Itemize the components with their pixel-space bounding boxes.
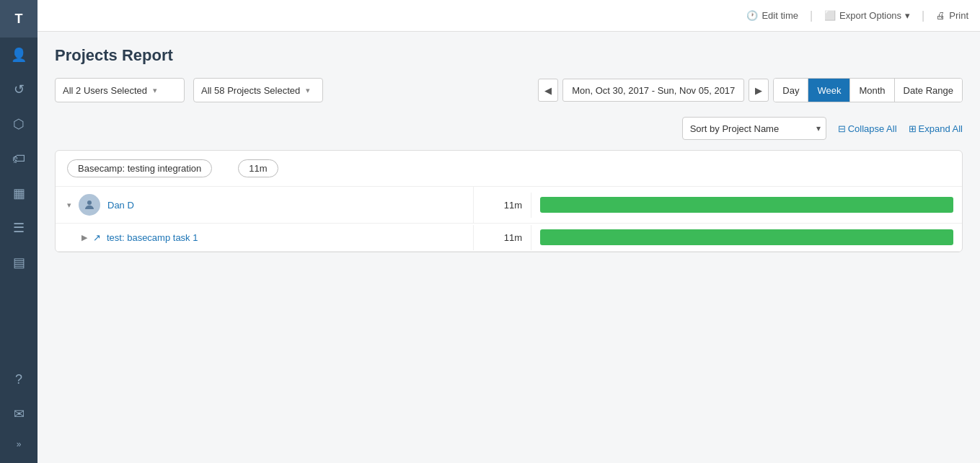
filters-row: All 2 Users Selected ▾ All 58 Projects S… bbox=[55, 78, 963, 102]
sidebar-item-user[interactable]: 👤 bbox=[0, 38, 37, 72]
sidebar-logo[interactable]: T bbox=[0, 0, 37, 38]
export-options-button[interactable]: ⬜ Export Options ▾ bbox=[824, 10, 910, 21]
projects-filter[interactable]: All 58 Projects Selected ▾ bbox=[193, 78, 323, 102]
print-icon: 🖨 bbox=[936, 10, 945, 21]
print-label: Print bbox=[949, 10, 968, 21]
edit-time-label: Edit time bbox=[762, 10, 798, 21]
sidebar-bottom: ? ✉ » bbox=[0, 362, 37, 457]
sort-select[interactable]: Sort by Project Name bbox=[682, 117, 826, 140]
users-filter-chevron: ▾ bbox=[153, 86, 157, 95]
task-expand-icon[interactable]: ▶ bbox=[81, 233, 87, 242]
sidebar-item-card[interactable]: ▤ bbox=[0, 245, 37, 280]
collapse-icon: ⊟ bbox=[838, 123, 846, 134]
week-period-button[interactable]: Week bbox=[808, 79, 850, 102]
separator-1: | bbox=[810, 9, 813, 22]
topbar: 🕐 Edit time | ⬜ Export Options ▾ | 🖨 Pri… bbox=[37, 0, 980, 32]
period-selector: Day Week Month Date Range bbox=[773, 78, 963, 102]
sidebar-item-network[interactable]: ⬡ bbox=[0, 107, 37, 141]
date-navigation: ◀ Mon, Oct 30, 2017 - Sun, Nov 05, 2017 … bbox=[538, 78, 963, 102]
users-filter[interactable]: All 2 Users Selected ▾ bbox=[55, 78, 185, 102]
users-filter-label: All 2 Users Selected bbox=[63, 85, 147, 96]
chevron-down-icon: ▾ bbox=[905, 10, 910, 21]
collapse-all-label: Collapse All bbox=[848, 123, 897, 134]
expand-all-button[interactable]: ⊞ Expand All bbox=[909, 123, 963, 134]
main-area: 🕐 Edit time | ⬜ Export Options ▾ | 🖨 Pri… bbox=[37, 0, 980, 463]
sidebar-item-tags[interactable]: 🏷 bbox=[0, 141, 37, 176]
user-collapse-icon[interactable]: ▾ bbox=[67, 200, 71, 210]
user-time: 11m bbox=[474, 193, 531, 218]
content-area: Projects Report All 2 Users Selected ▾ A… bbox=[37, 32, 980, 463]
project-header-row: Basecamp: testing integration 11m bbox=[56, 151, 962, 187]
month-period-button[interactable]: Month bbox=[850, 79, 894, 102]
task-name: test: basecamp task 1 bbox=[107, 232, 198, 243]
project-time-badge: 11m bbox=[238, 159, 278, 177]
sidebar: T 👤 ↺ ⬡ 🏷 ▦ ☰ ▤ ? ✉ » bbox=[0, 0, 37, 463]
print-button[interactable]: 🖨 Print bbox=[936, 10, 968, 21]
sort-row: Sort by Project Name ▾ ⊟ Collapse All ⊞ … bbox=[55, 117, 963, 140]
project-name-tag: Basecamp: testing integration bbox=[67, 159, 212, 177]
avatar bbox=[79, 194, 100, 216]
task-cell: ▶ ↗ test: basecamp task 1 bbox=[56, 225, 474, 250]
date-range-period-button[interactable]: Date Range bbox=[895, 79, 962, 102]
collapse-all-button[interactable]: ⊟ Collapse All bbox=[838, 123, 897, 134]
sort-selector-wrapper: Sort by Project Name ▾ bbox=[682, 117, 826, 140]
page-title: Projects Report bbox=[55, 46, 963, 65]
user-progress-bar bbox=[540, 197, 953, 213]
day-period-button[interactable]: Day bbox=[774, 79, 808, 102]
next-period-button[interactable]: ▶ bbox=[749, 79, 769, 102]
user-name: Dan D bbox=[107, 200, 134, 211]
export-options-label: Export Options bbox=[839, 10, 901, 21]
sidebar-item-refresh[interactable]: ↺ bbox=[0, 72, 37, 107]
user-bar-cell bbox=[531, 191, 962, 219]
clock-icon: 🕐 bbox=[746, 10, 758, 21]
task-progress-bar bbox=[540, 229, 953, 245]
expand-icon: ⊞ bbox=[909, 123, 917, 134]
sidebar-item-list[interactable]: ☰ bbox=[0, 211, 37, 245]
external-link-icon: ↗ bbox=[93, 232, 101, 243]
prev-period-button[interactable]: ◀ bbox=[538, 79, 558, 102]
sidebar-item-chart[interactable]: ▦ bbox=[0, 176, 37, 211]
projects-filter-chevron: ▾ bbox=[306, 86, 310, 95]
expand-all-label: Expand All bbox=[919, 123, 963, 134]
svg-point-0 bbox=[87, 200, 92, 205]
edit-time-button[interactable]: 🕐 Edit time bbox=[746, 10, 798, 21]
export-icon: ⬜ bbox=[824, 10, 836, 21]
projects-filter-label: All 58 Projects Selected bbox=[201, 85, 300, 96]
sidebar-item-help[interactable]: ? bbox=[0, 362, 37, 397]
sidebar-item-message[interactable]: ✉ bbox=[0, 397, 37, 431]
date-range-display: Mon, Oct 30, 2017 - Sun, Nov 05, 2017 bbox=[562, 79, 744, 102]
user-cell: ▾ Dan D bbox=[56, 187, 474, 223]
task-bar-cell bbox=[531, 224, 962, 251]
task-row: ▶ ↗ test: basecamp task 1 11m bbox=[56, 224, 962, 252]
separator-2: | bbox=[922, 9, 924, 22]
task-time: 11m bbox=[474, 225, 531, 250]
report-card: Basecamp: testing integration 11m ▾ Dan … bbox=[55, 150, 963, 252]
sidebar-expand-button[interactable]: » bbox=[0, 431, 37, 457]
user-row: ▾ Dan D 11m bbox=[56, 187, 962, 224]
